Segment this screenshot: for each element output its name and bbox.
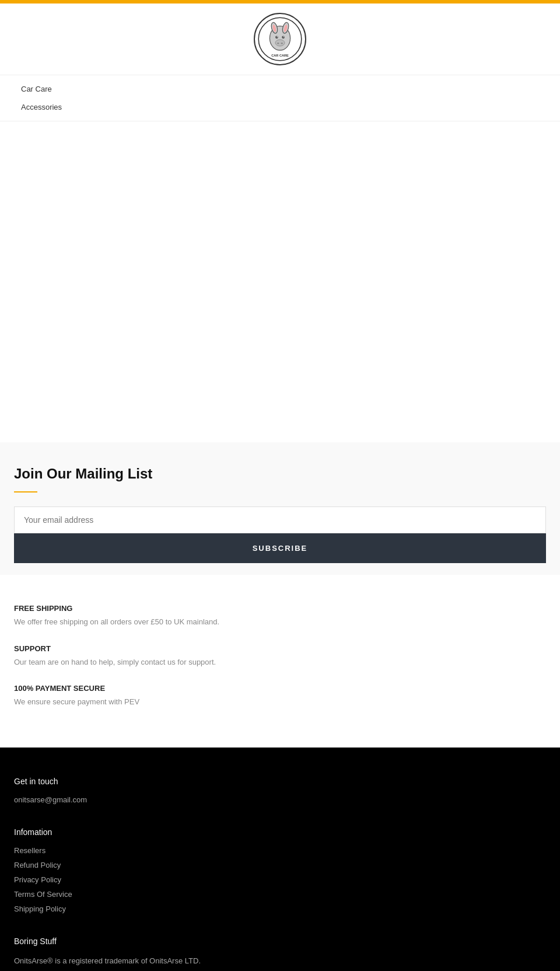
- footer-info-section: Infomation Resellers Refund Policy Priva…: [14, 827, 546, 913]
- footer-link-resellers[interactable]: Resellers: [14, 846, 546, 855]
- subscribe-button[interactable]: SUBSCRIBE: [14, 533, 546, 563]
- header: CAR CARE: [0, 4, 560, 75]
- svg-point-9: [284, 36, 285, 37]
- svg-point-12: [281, 43, 283, 44]
- main-content: [0, 121, 560, 442]
- feature-desc-support: Our team are on hand to help, simply con…: [14, 656, 546, 668]
- orange-divider: [14, 491, 37, 493]
- nav-item-car-care[interactable]: Car Care: [14, 80, 59, 98]
- email-input[interactable]: [14, 507, 546, 533]
- footer-link-privacy[interactable]: Privacy Policy: [14, 875, 546, 884]
- feature-desc-shipping: We offer free shipping on all orders ove…: [14, 616, 546, 628]
- footer: Get in touch onitsarse@gmail.com Infomat…: [0, 748, 560, 972]
- svg-point-8: [276, 36, 278, 37]
- footer-link-refund[interactable]: Refund Policy: [14, 861, 546, 869]
- logo-container: CAR CARE: [254, 13, 306, 65]
- footer-link-terms[interactable]: Terms Of Service: [14, 890, 546, 899]
- footer-boring-text: OnitsArse® is a registered trademark of …: [14, 955, 546, 967]
- footer-link-shipping[interactable]: Shipping Policy: [14, 904, 546, 913]
- mailing-title: Join Our Mailing List: [14, 466, 546, 482]
- logo: CAR CARE: [254, 13, 306, 65]
- nav-item-accessories[interactable]: Accessories: [14, 98, 69, 116]
- feature-support: SUPPORT Our team are on hand to help, si…: [14, 644, 546, 668]
- feature-title-support: SUPPORT: [14, 644, 546, 653]
- svg-point-10: [275, 40, 285, 46]
- features-section: FREE SHIPPING We offer free shipping on …: [0, 575, 560, 748]
- footer-contact-section: Get in touch onitsarse@gmail.com: [14, 777, 546, 804]
- feature-title-payment: 100% PAYMENT SECURE: [14, 684, 546, 693]
- footer-boring-section: Boring Stuff OnitsArse® is a registered …: [14, 937, 546, 967]
- navigation: Car Care Accessories: [0, 75, 560, 121]
- feature-payment-secure: 100% PAYMENT SECURE We ensure secure pay…: [14, 684, 546, 708]
- footer-email: onitsarse@gmail.com: [14, 795, 546, 804]
- footer-contact-heading: Get in touch: [14, 777, 546, 786]
- svg-point-7: [282, 36, 285, 39]
- feature-title-shipping: FREE SHIPPING: [14, 604, 546, 613]
- mailing-section: Join Our Mailing List SUBSCRIBE: [0, 442, 560, 575]
- feature-desc-payment: We ensure secure payment with PEV: [14, 696, 546, 708]
- svg-text:CAR CARE: CAR CARE: [271, 54, 289, 57]
- feature-free-shipping: FREE SHIPPING We offer free shipping on …: [14, 604, 546, 628]
- footer-boring-heading: Boring Stuff: [14, 937, 546, 946]
- logo-svg: CAR CARE: [257, 16, 303, 62]
- footer-info-heading: Infomation: [14, 827, 546, 837]
- svg-point-11: [277, 43, 279, 44]
- svg-point-6: [275, 36, 278, 39]
